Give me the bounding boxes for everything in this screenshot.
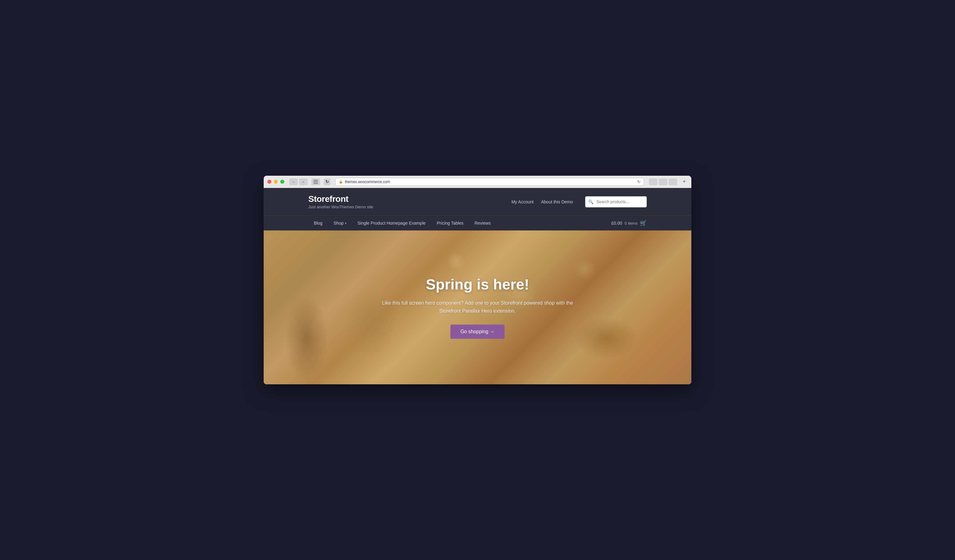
svg-rect-1 [313,181,318,182]
about-demo-link[interactable]: About this Demo [541,199,573,204]
site-tagline: Just another WooThemes Demo site [308,205,505,209]
cart-count: 0 items [625,221,637,225]
browser-nav-buttons: ‹ › [289,178,308,185]
download-button[interactable] [649,178,658,185]
site-branding: Storefront Just another WooThemes Demo s… [308,194,505,209]
minimize-button[interactable] [274,180,278,184]
search-input[interactable] [585,196,647,207]
nav-link-blog[interactable]: Blog [308,216,328,230]
browser-actions [649,178,677,185]
close-button[interactable] [268,180,271,184]
nav-menu: Blog Shop ▾ Single Product Homepage Exam… [308,216,611,230]
fullscreen-button[interactable] [668,178,677,185]
hero-cta-button[interactable]: Go shopping → [451,325,504,339]
nav-link-reviews[interactable]: Reviews [469,216,496,230]
url-text: themes.woocommerce.com [345,180,635,184]
maximize-button[interactable] [280,180,284,184]
main-nav: Blog Shop ▾ Single Product Homepage Exam… [264,215,691,230]
browser-titlebar: ‹ › ↻ 🔒 themes.woocommerce.com ↻ + [264,176,691,188]
svg-rect-0 [313,180,318,181]
browser-window: ‹ › ↻ 🔒 themes.woocommerce.com ↻ + [264,176,691,384]
cart-area[interactable]: £0.00 0 items 🛒 [611,220,647,227]
nav-link-shop[interactable]: Shop ▾ [328,216,352,230]
lock-icon: 🔒 [339,180,343,184]
nav-item-reviews: Reviews [469,216,496,230]
address-bar[interactable]: 🔒 themes.woocommerce.com ↻ [335,178,644,186]
cart-amount: £0.00 [611,221,622,225]
shop-dropdown-arrow: ▾ [345,222,346,225]
add-tab-button[interactable]: + [681,178,687,185]
my-account-link[interactable]: My Account [511,199,534,204]
svg-rect-2 [313,183,318,184]
sidebar-button[interactable] [312,178,320,185]
nav-link-pricing[interactable]: Pricing Tables [431,216,469,230]
hero-section: Spring is here! Like this full screen he… [264,230,691,384]
nav-link-single-product[interactable]: Single Product Homepage Example [352,216,431,230]
hero-title: Spring is here! [376,276,579,293]
search-box: 🔍 [585,196,647,207]
nav-item-shop: Shop ▾ [328,216,352,230]
reload-icon: ↻ [637,179,640,184]
share-button[interactable] [659,178,667,185]
cart-icon: 🛒 [640,220,647,227]
nav-item-blog: Blog [308,216,328,230]
hero-content: Spring is here! Like this full screen he… [367,276,588,339]
back-button[interactable]: ‹ [289,178,298,185]
forward-button[interactable]: › [299,178,308,185]
site-wrapper: Storefront Just another WooThemes Demo s… [264,188,691,384]
nav-item-single-product: Single Product Homepage Example [352,216,431,230]
site-title[interactable]: Storefront [308,194,505,204]
header-nav: My Account About this Demo [511,199,573,204]
search-icon: 🔍 [588,199,593,204]
hero-description: Like this full screen hero component? Ad… [376,299,579,315]
site-header: Storefront Just another WooThemes Demo s… [264,188,691,215]
reload-button[interactable]: ↻ [324,178,330,185]
nav-item-pricing: Pricing Tables [431,216,469,230]
